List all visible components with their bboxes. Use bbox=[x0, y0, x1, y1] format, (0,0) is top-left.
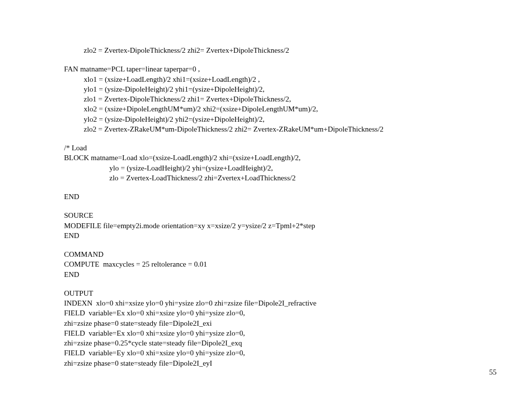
code-line: MODEFILE file=empty2i.mode orientation=x… bbox=[64, 221, 468, 231]
blank-line bbox=[64, 134, 468, 143]
code-line: FAN matname=PCL taper=linear taperpar=0 … bbox=[64, 64, 468, 74]
code-line: zlo2 = Zvertex-DipoleThickness/2 zhi2= Z… bbox=[64, 45, 468, 55]
code-line: ylo2 = (ysize-DipoleHeight)/2 yhi2=(ysiz… bbox=[64, 114, 468, 124]
code-line: END bbox=[64, 231, 468, 240]
code-line: zlo = Zvertex-LoadThickness/2 zhi=Zverte… bbox=[64, 173, 468, 183]
code-line: zlo2 = Zvertex-ZRakeUM*um-DipoleThicknes… bbox=[64, 124, 468, 134]
code-line: ylo = (ysize-LoadHeight)/2 yhi=(ysize+Lo… bbox=[64, 163, 468, 173]
code-line: /* Load bbox=[64, 143, 468, 153]
code-line: ylo1 = (ysize-DipoleHeight)/2 yhi1=(ysiz… bbox=[64, 84, 468, 94]
blank-line bbox=[64, 55, 468, 64]
code-line: SOURCE bbox=[64, 210, 468, 220]
code-line: FIELD variable=Ex xlo=0 xhi=xsize ylo=0 … bbox=[64, 328, 468, 338]
code-line: zhi=zsize phase=0.25*cycle state=steady … bbox=[64, 338, 468, 348]
blank-line bbox=[64, 240, 468, 249]
code-line: xlo2 = (xsize+DipoleLengthUM*um)/2 xhi2=… bbox=[64, 104, 468, 114]
code-line: zhi=zsize phase=0 state=steady file=Dipo… bbox=[64, 358, 468, 368]
blank-line bbox=[64, 183, 468, 192]
code-line: BLOCK matname=Load xlo=(xsize-LoadLength… bbox=[64, 153, 468, 163]
code-line: INDEXN xlo=0 xhi=xsize ylo=0 yhi=ysize z… bbox=[64, 298, 468, 308]
code-line: COMPUTE maxcycles = 25 reltolerance = 0.… bbox=[64, 259, 468, 269]
code-line: END bbox=[64, 270, 468, 279]
blank-line bbox=[64, 279, 468, 288]
page-number: 55 bbox=[489, 368, 497, 377]
code-line: OUTPUT bbox=[64, 288, 468, 298]
code-line: COMMAND bbox=[64, 249, 468, 259]
code-line: xlo1 = (xsize+LoadLength)/2 xhi1=(xsize+… bbox=[64, 74, 468, 84]
code-line: zhi=zsize phase=0 state=steady file=Dipo… bbox=[64, 318, 468, 328]
code-line: END bbox=[64, 192, 468, 202]
code-line: zlo1 = Zvertex-DipoleThickness/2 zhi1= Z… bbox=[64, 94, 468, 104]
blank-line bbox=[64, 202, 468, 210]
code-line: FIELD variable=Ex xlo=0 xhi=xsize ylo=0 … bbox=[64, 308, 468, 318]
code-line: FIELD variable=Ey xlo=0 xhi=xsize ylo=0 … bbox=[64, 348, 468, 358]
document-page: zlo2 = Zvertex-DipoleThickness/2 zhi2= Z… bbox=[0, 0, 532, 398]
